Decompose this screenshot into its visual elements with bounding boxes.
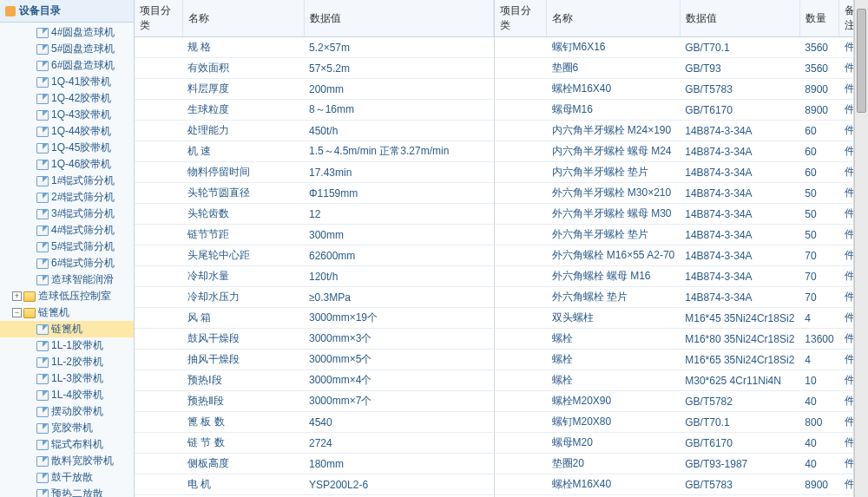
- table-row[interactable]: 内六角半牙螺栓 M24×19014B874-3-34A60件: [495, 121, 855, 141]
- scrollbar-thumb[interactable]: [857, 9, 866, 113]
- table-row[interactable]: 垫圈6GB/T933560件: [495, 58, 855, 79]
- column-header[interactable]: 项目分类: [135, 0, 182, 37]
- tree-item[interactable]: 宽胶带机: [0, 420, 134, 436]
- column-header[interactable]: 数据值: [304, 0, 493, 37]
- collapse-icon[interactable]: −: [12, 308, 22, 317]
- tree-item[interactable]: 4#圆盘造球机: [0, 24, 134, 41]
- column-header[interactable]: 项目分类: [495, 0, 547, 37]
- column-header[interactable]: 名称: [547, 0, 681, 37]
- tree-item[interactable]: 1Q-42胶带机: [0, 90, 134, 107]
- table-row[interactable]: 螺母M16GB/T61708900件: [495, 100, 855, 121]
- tree-item[interactable]: 1L-1胶带机: [0, 337, 134, 354]
- tree-item[interactable]: 1Q-41胶带机: [0, 74, 134, 90]
- tree-item[interactable]: 1L-2胶带机: [0, 354, 134, 370]
- table-row[interactable]: 侧板高度180mm: [135, 454, 493, 474]
- table-row[interactable]: 外六角螺栓 螺母 M1614B874-3-34A70件: [495, 266, 855, 287]
- tree-item[interactable]: 5#辊式筛分机: [0, 239, 134, 255]
- table-row[interactable]: 物料停留时间17.43min: [135, 162, 493, 183]
- table-row[interactable]: 电 机YSP200L2-6: [135, 474, 493, 495]
- table-cell: 鼓风干燥段: [182, 329, 304, 350]
- table-row[interactable]: 机 速1.5～4.5m/min 正常3.27m/min: [135, 141, 493, 162]
- column-header[interactable]: 数据值: [680, 0, 799, 37]
- tree-item[interactable]: 1L-3胶带机: [0, 370, 134, 387]
- tree-item[interactable]: 1#辊式筛分机: [0, 173, 134, 189]
- table-cell: 风 箱: [182, 308, 304, 329]
- table-row[interactable]: 链节节距300mm: [135, 225, 493, 245]
- file-icon: [36, 127, 49, 137]
- table-row[interactable]: 链 节 数2724: [135, 433, 493, 454]
- tree-item[interactable]: 2#辊式筛分机: [0, 189, 134, 206]
- table-cell: 70: [799, 245, 838, 266]
- right-table-wrap[interactable]: 项目分类名称数据值数量备注 螺钉M6X16GB/T70.13560件垫圈6GB/…: [495, 0, 855, 497]
- table-cell: [495, 412, 547, 433]
- tree-item[interactable]: 摆动胶带机: [0, 403, 134, 420]
- table-row[interactable]: 风 箱3000mm×19个: [135, 308, 493, 329]
- tree-item-label: 链篦机: [38, 305, 69, 320]
- table-row[interactable]: 头轮节圆直径Φ1159mm: [135, 183, 493, 204]
- tree-item[interactable]: 1Q-45胶带机: [0, 140, 134, 156]
- table-row[interactable]: 外六角螺栓 垫片14B874-3-34A70件: [495, 287, 855, 308]
- tree-item[interactable]: 辊式布料机: [0, 436, 134, 453]
- table-row[interactable]: 螺栓M30*625 4Cr11Ni4N10件: [495, 370, 855, 391]
- table-row[interactable]: 预热Ⅰ段3000mm×4个: [135, 370, 493, 391]
- tree-item[interactable]: 4#辊式筛分机: [0, 222, 134, 239]
- table-row[interactable]: 螺栓M16X40GB/T57838900件: [495, 79, 855, 100]
- tree-item[interactable]: 6#辊式筛分机: [0, 255, 134, 271]
- table-row[interactable]: 螺钉M20X80GB/T70.1800件: [495, 412, 855, 433]
- column-header[interactable]: 备注: [839, 0, 854, 37]
- tree-item[interactable]: 造球智能润滑: [0, 271, 134, 288]
- tree-item[interactable]: 5#圆盘造球机: [0, 41, 134, 57]
- table-row[interactable]: 处理能力450t/h: [135, 121, 493, 141]
- table-row[interactable]: 规 格5.2×57m: [135, 37, 493, 58]
- tree-item[interactable]: 1L-4胶带机: [0, 387, 134, 403]
- table-row[interactable]: 有效面积57×5.2m: [135, 58, 493, 79]
- tree-item[interactable]: 预热二放散: [0, 486, 134, 497]
- column-header[interactable]: 数量: [799, 0, 838, 37]
- tree-item[interactable]: 6#圆盘造球机: [0, 57, 134, 74]
- table-row[interactable]: 外六角半牙螺栓 垫片14B874-3-34A50件: [495, 225, 855, 245]
- device-tree[interactable]: 4#圆盘造球机5#圆盘造球机6#圆盘造球机1Q-41胶带机1Q-42胶带机1Q-…: [0, 23, 134, 497]
- table-row[interactable]: 垫圈20GB/T93-198740件: [495, 454, 855, 474]
- table-row[interactable]: 螺母M20GB/T617040件: [495, 433, 855, 454]
- expand-icon[interactable]: +: [12, 291, 22, 301]
- left-table-wrap[interactable]: 项目分类名称数据值 规 格5.2×57m有效面积57×5.2m料层厚度200mm…: [135, 0, 495, 497]
- table-row[interactable]: 冷却水压力≥0.3MPa: [135, 287, 493, 308]
- table-row[interactable]: 螺栓M16*65 35Ni24Cr18Si24件: [495, 350, 855, 370]
- table-row[interactable]: 头轮齿数12: [135, 204, 493, 225]
- tree-item[interactable]: +造球低压控制室: [0, 288, 134, 304]
- table-row[interactable]: 料层厚度200mm: [135, 79, 493, 100]
- table-row[interactable]: 冷却水量120t/h: [135, 266, 493, 287]
- tree-item[interactable]: 1Q-43胶带机: [0, 107, 134, 123]
- table-cell: [495, 370, 547, 391]
- table-row[interactable]: 预热Ⅱ段3000mm×7个: [135, 391, 493, 412]
- table-cell: 10: [799, 370, 838, 391]
- table-row[interactable]: 螺栓M16*80 35Ni24Cr18Si213600件: [495, 329, 855, 350]
- tree-item[interactable]: 1Q-46胶带机: [0, 156, 134, 173]
- table-cell: [495, 391, 547, 412]
- tree-item[interactable]: 散料宽胶带机: [0, 453, 134, 469]
- tree-item[interactable]: 1Q-44胶带机: [0, 123, 134, 140]
- table-row[interactable]: 螺栓M20X90GB/T578240件: [495, 391, 855, 412]
- table-cell: M16*65 35Ni24Cr18Si2: [680, 350, 799, 370]
- table-row[interactable]: 双头螺柱M16*45 35Ni24Cr18Si24件: [495, 308, 855, 329]
- tree-item[interactable]: 链篦机: [0, 321, 134, 337]
- table-row[interactable]: 篦 板 数4540: [135, 412, 493, 433]
- tree-item[interactable]: 鼓干放散: [0, 469, 134, 486]
- table-row[interactable]: 螺栓M16X40GB/T57838900件: [495, 474, 855, 495]
- table-row[interactable]: 外六角螺栓 M16×55 A2-7014B874-3-34A70件: [495, 245, 855, 266]
- device-tree-icon: [5, 6, 16, 16]
- tree-item[interactable]: 3#辊式筛分机: [0, 206, 134, 222]
- table-row[interactable]: 生球粒度8～16mm: [135, 100, 493, 121]
- table-row[interactable]: 外六角半牙螺栓 螺母 M3014B874-3-34A50件: [495, 204, 855, 225]
- vertical-scrollbar[interactable]: [854, 0, 868, 497]
- column-header[interactable]: 名称: [182, 0, 304, 37]
- tree-item[interactable]: −链篦机: [0, 304, 134, 321]
- table-row[interactable]: 内六角半牙螺栓 螺母 M2414B874-3-34A60件: [495, 141, 855, 162]
- file-icon: [36, 160, 49, 170]
- table-row[interactable]: 外六角半牙螺栓 M30×21014B874-3-34A50件: [495, 183, 855, 204]
- table-row[interactable]: 鼓风干燥段3000mm×3个: [135, 329, 493, 350]
- table-row[interactable]: 内六角半牙螺栓 垫片14B874-3-34A60件: [495, 162, 855, 183]
- table-row[interactable]: 头尾轮中心距62600mm: [135, 245, 493, 266]
- table-row[interactable]: 螺钉M6X16GB/T70.13560件: [495, 37, 855, 58]
- table-row[interactable]: 抽风干燥段3000mm×5个: [135, 350, 493, 370]
